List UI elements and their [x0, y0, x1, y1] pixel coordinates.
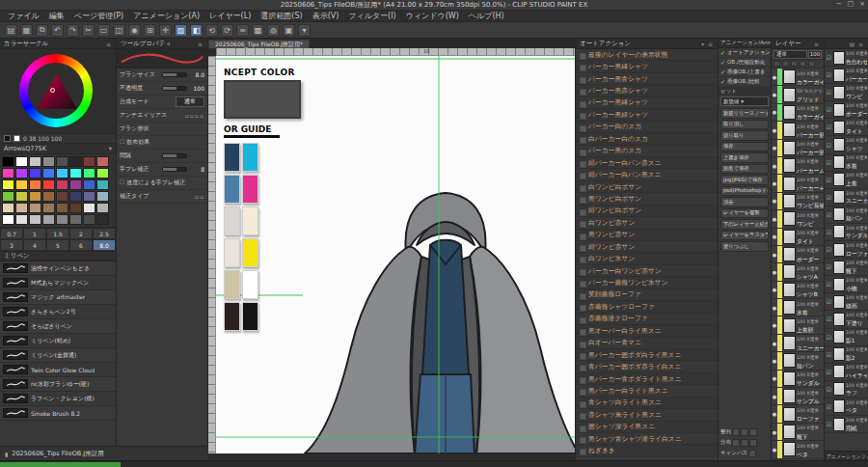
toolbar-icon[interactable]: ✂ — [82, 24, 95, 37]
layer-row[interactable]: ● 100 K通常 タイト — [772, 229, 824, 246]
auto-action-item[interactable]: 白ワンピ赤サン — [576, 217, 718, 229]
command-button[interactable]: 別名で保存 — [720, 164, 769, 175]
color-swatch[interactable] — [96, 214, 109, 225]
color-wheel-tab[interactable]: カラーサークル ≡ — [0, 39, 116, 49]
layer-strip-row[interactable]: ☑ 100 K通常 シャツ — [825, 136, 868, 153]
minimize-icon[interactable]: − — [836, 0, 842, 8]
layer-thumbnail[interactable] — [833, 51, 845, 65]
layer-strip-row[interactable]: ☑ 100 K通常 ワンピ — [825, 84, 868, 101]
menu-item[interactable]: フィルター(I) — [348, 11, 395, 21]
layer-strip-row[interactable]: ☑ 100 K通常 サンダル — [825, 224, 868, 241]
checkbox-checked-icon[interactable]: ☑ — [826, 421, 832, 427]
color-swatch[interactable] — [29, 191, 41, 202]
color-swatch[interactable] — [96, 179, 109, 190]
toggle-row[interactable]: ✓ 画像OB./上書き — [719, 68, 771, 77]
auto-action-item[interactable]: パーカー黒のスカ — [576, 146, 718, 157]
toolbar-icon[interactable]: ◍ — [267, 24, 280, 37]
subtool-item[interactable]: Twin Color Glow Cloud — [0, 363, 116, 377]
timeline-tab-bar[interactable]: ▮ 20250606_Tips FileOB.J推証用 — [0, 446, 208, 460]
toolbar-icon[interactable]: ▦ — [20, 24, 33, 37]
color-swatch[interactable] — [29, 179, 41, 190]
command-button[interactable]: 上書き保存 — [720, 152, 769, 163]
subtool-item[interactable]: M式あらマジックペン — [0, 276, 116, 290]
checkbox-checked-icon[interactable]: ✓ — [720, 69, 725, 75]
layer-thumbnail[interactable] — [833, 225, 845, 238]
checkbox-checked-icon[interactable]: ✓ — [720, 59, 725, 66]
tool-property-row[interactable]: 散布効果 — [117, 136, 207, 150]
checkbox-checked-icon[interactable]: ✓ — [720, 78, 725, 85]
toolbar-icon[interactable]: ▤ — [5, 24, 17, 37]
layer-strip-row[interactable]: ☑ 100 K通常 水着 — [825, 154, 868, 172]
tool-property-row[interactable]: 速度による手ブレ補正 — [117, 177, 207, 190]
menu-item[interactable]: ヘルプ(H) — [469, 11, 504, 21]
auto-action-item[interactable]: 黒シャツ青シャツ潜ライ白スニ — [576, 433, 718, 445]
tool-property-row[interactable]: 間隔 — [117, 150, 207, 163]
layer-thumbnail[interactable] — [833, 243, 845, 257]
layer-row[interactable]: ● 100 K通常 スニーカー — [772, 335, 824, 352]
layer-thumbnail[interactable] — [783, 211, 796, 226]
color-swatch[interactable] — [2, 179, 14, 190]
layer-row[interactable]: ● 100 K通常 ワンピ長袖 — [772, 193, 824, 210]
color-swatch[interactable] — [69, 179, 82, 190]
command-button[interactable]: 新規リリースノートを追加 — [720, 108, 769, 119]
auto-action-item[interactable]: 紺パーカー白パン赤スニ — [576, 157, 718, 169]
brush-size-preset[interactable]: 1 — [23, 228, 46, 239]
command-button[interactable]: psd(Photoshopドキュメント)で保存 — [720, 186, 769, 197]
layer-thumbnail[interactable] — [833, 190, 845, 204]
panel-menu-icon[interactable]: ▾ ≡ — [701, 41, 714, 47]
checkbox-checked-icon[interactable]: ☑ — [826, 54, 832, 61]
layer-row[interactable]: ● 100 K通常 ベタ — [772, 441, 824, 458]
color-swatch[interactable] — [15, 168, 28, 179]
auto-action-item[interactable]: パーカー黒縁シャツ — [576, 97, 718, 109]
auto-action-item[interactable]: 白パーカー白のスカ — [576, 133, 718, 145]
layer-strip-row[interactable]: ☑ 100 K通常 ベタ — [825, 398, 868, 416]
menu-item[interactable]: ページ管理(P) — [74, 11, 123, 21]
layer-thumbnail[interactable] — [783, 247, 796, 261]
checkbox-checked-icon[interactable]: ☑ — [826, 246, 832, 253]
new-layer-icon[interactable] — [773, 61, 780, 67]
auto-action-item[interactable]: 赤薔薇シャツローファ — [576, 301, 718, 313]
layer-thumbnail[interactable] — [783, 300, 796, 315]
toolbar-icon[interactable]: ▣ — [283, 24, 295, 37]
menu-item[interactable]: ウィンドウ(W) — [406, 11, 459, 21]
layer-thumbnail[interactable] — [833, 207, 845, 221]
layer-row[interactable]: ● 100 K通常 パーカー+短パン — [772, 175, 824, 192]
layer-row[interactable]: ● 100 K通常 ワンピ — [772, 210, 824, 228]
checkbox-checked-icon[interactable]: ☑ — [826, 177, 832, 183]
color-swatch[interactable] — [56, 203, 68, 213]
layer-thumbnail[interactable] — [783, 283, 796, 297]
color-swatch[interactable] — [96, 156, 109, 167]
chevron-down-icon[interactable]: ▾ — [109, 145, 112, 152]
slider[interactable] — [162, 72, 187, 77]
color-swatch[interactable] — [29, 203, 41, 213]
tool-property-tab[interactable]: ツールプロパティ ≡ — [117, 39, 207, 49]
layer-thumbnail[interactable] — [783, 194, 796, 208]
layer-thumbnail[interactable] — [833, 261, 845, 274]
brush-size-preset[interactable]: 1.5 — [46, 228, 69, 239]
layer-row[interactable]: ● 100 K通常 パーカー類A — [772, 122, 824, 139]
window-controls[interactable]: − □ × — [836, 0, 865, 8]
layer-thumbnail[interactable] — [783, 442, 796, 456]
auto-action-item[interactable]: 笑顔薔薇ローファ — [576, 289, 718, 301]
layer-row[interactable]: ● 100 K通常 ボーダー — [772, 246, 824, 263]
layer-thumbnail[interactable] — [833, 121, 845, 134]
color-swatch[interactable] — [42, 191, 55, 202]
checkbox-checked-icon[interactable]: ☑ — [826, 159, 832, 166]
color-swatch[interactable] — [56, 191, 68, 202]
auto-action-header[interactable]: オートアクション ▾ ≡ — [576, 39, 718, 49]
checkbox-checked-icon[interactable]: ☑ — [826, 211, 832, 218]
checkbox-checked-icon[interactable]: ☑ — [826, 229, 832, 235]
toolbar-icon[interactable]: ↷ — [67, 24, 79, 37]
auto-action-item[interactable]: 赤シャツ米ライト黒スニ — [576, 409, 718, 421]
merge-layer-icon[interactable] — [800, 61, 806, 67]
layer-strip-row[interactable]: ☑ 100 K通常 ローファ — [825, 241, 868, 259]
auto-action-item[interactable]: 囲シャツ深ライ黒スニ — [576, 422, 718, 433]
subtool-item[interactable]: ミリペン(軽め) — [0, 334, 116, 348]
auto-action-item[interactable]: パーカー白のスカ — [576, 122, 718, 133]
canvas-fit-icon[interactable] — [748, 450, 756, 457]
toolbar-icon[interactable]: ▭ — [97, 24, 110, 37]
layer-thumbnail[interactable] — [783, 425, 796, 439]
layer-strip-row[interactable]: ☑ 100 K通常 ボーダー — [825, 101, 868, 119]
layer-thumbnail[interactable] — [833, 313, 845, 326]
layer-thumbnail[interactable] — [833, 138, 845, 151]
